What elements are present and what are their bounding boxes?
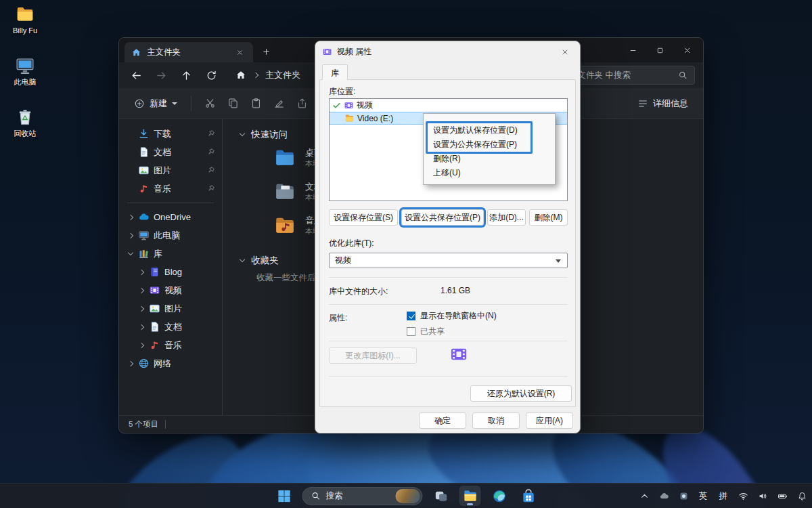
sidebar-item-label: OneDrive [154, 212, 215, 222]
sidebar-item-pictures[interactable]: 图片 [122, 161, 219, 179]
pin-icon [206, 148, 215, 156]
breadcrumb[interactable]: 主文件夹 [235, 69, 300, 81]
sidebar-item-downloads[interactable]: 下载 [122, 125, 219, 143]
chevron-right-icon[interactable] [138, 305, 145, 312]
pin-icon [206, 166, 215, 175]
store-button[interactable] [518, 486, 539, 506]
chevron-right-icon[interactable] [138, 287, 145, 294]
show-in-nav-checkbox-row[interactable]: 显示在导航窗格中(N) [407, 310, 497, 322]
onedrive-tray-button[interactable] [658, 490, 670, 502]
start-button[interactable] [273, 486, 295, 506]
new-button[interactable]: 新建 [127, 93, 184, 114]
restore-defaults-button[interactable]: 还原为默认设置(R) [470, 385, 572, 402]
chevron-right-icon[interactable] [138, 269, 145, 276]
rename-button[interactable] [267, 93, 290, 114]
tab-library[interactable]: 库 [322, 64, 348, 80]
notifications-button[interactable] [796, 490, 808, 502]
set-public-save-location-button[interactable]: 设置公共保存位置(P) [401, 209, 484, 226]
refresh-button[interactable] [201, 65, 221, 85]
task-view-button[interactable] [430, 486, 452, 506]
optimize-dropdown[interactable]: 视频 [329, 253, 568, 268]
shared-checkbox-row[interactable]: 已共享 [407, 326, 445, 337]
sidebar-item-libraries[interactable]: 库 [122, 245, 219, 263]
size-label: 库中文件的大小: [329, 286, 388, 297]
change-library-icon-button[interactable]: 更改库图标(I)... [329, 347, 417, 364]
tray-app-button[interactable] [677, 490, 690, 502]
new-tab-button[interactable] [257, 43, 275, 60]
checkbox-checked[interactable] [407, 312, 415, 320]
explorer-tab-home[interactable]: 主文件夹 [125, 42, 253, 62]
volume-button[interactable] [757, 490, 769, 502]
remove-button[interactable]: 删除(M) [529, 209, 568, 226]
cut-button[interactable] [198, 93, 221, 114]
dialog-close-button[interactable] [554, 43, 577, 60]
close-window-button[interactable] [673, 40, 700, 60]
details-button[interactable]: 详细信息 [631, 93, 695, 114]
onedrive-icon [138, 211, 150, 223]
arrow-right-icon [156, 70, 167, 81]
quick-access-header[interactable]: 快速访问 [239, 129, 288, 141]
chevron-down-icon[interactable] [127, 251, 134, 257]
forward-button[interactable] [151, 65, 171, 85]
optimize-value: 视频 [335, 255, 351, 266]
up-button[interactable] [176, 65, 196, 85]
desktop-icon-recycle-bin[interactable]: 回收站 [1, 107, 49, 138]
share-button[interactable] [290, 93, 313, 114]
sidebar-item-pictures-library[interactable]: 图片 [122, 299, 219, 318]
edge-icon [491, 488, 507, 504]
chevron-down-icon[interactable] [239, 131, 246, 138]
ime-language-button[interactable]: 拼 [717, 489, 730, 503]
chevron-right-icon[interactable] [127, 360, 134, 367]
add-button[interactable]: 添加(D)... [487, 209, 526, 226]
menu-item-remove[interactable]: 删除(R) [424, 152, 555, 166]
sidebar-item-documents[interactable]: 文档 [122, 143, 219, 161]
paste-button[interactable] [244, 93, 267, 114]
maximize-button[interactable] [646, 40, 673, 60]
desktop-icon-this-pc[interactable]: 此电脑 [1, 56, 49, 87]
wifi-button[interactable] [737, 490, 749, 502]
menu-item-set-public-save[interactable]: 设置为公共保存位置(P) [424, 137, 555, 152]
sidebar-item-blog[interactable]: Blog [122, 263, 219, 281]
favorites-header[interactable]: 收藏夹 [239, 255, 279, 267]
sidebar-item-videos-library[interactable]: 视频 [122, 281, 219, 299]
menu-item-move-up[interactable]: 上移(U) [424, 166, 555, 180]
battery-button[interactable] [776, 490, 788, 502]
maximize-icon [656, 46, 664, 55]
chevron-right-icon[interactable] [138, 342, 145, 349]
cancel-button[interactable]: 取消 [472, 412, 520, 429]
edge-button[interactable] [489, 486, 510, 506]
desktop-icon-billy-fu[interactable]: Billy Fu [1, 4, 49, 35]
sidebar-item-this-pc[interactable]: 此电脑 [122, 226, 219, 245]
context-menu: 设置为默认保存位置(D) 设置为公共保存位置(P) 删除(R) 上移(U) [423, 113, 556, 185]
sidebar-item-music-library[interactable]: 音乐 [122, 336, 219, 354]
breadcrumb-home[interactable]: 主文件夹 [265, 69, 300, 81]
tray-overflow-button[interactable] [638, 490, 650, 502]
desktop-icon-label: 回收站 [1, 129, 49, 138]
sidebar-item-music[interactable]: 音乐 [122, 179, 219, 198]
minimize-icon [629, 46, 637, 55]
apply-button[interactable]: 应用(A) [526, 412, 573, 429]
copy-button[interactable] [221, 93, 244, 114]
chevron-down-icon[interactable] [239, 257, 246, 264]
set-save-location-button[interactable]: 设置保存位置(S) [329, 209, 398, 226]
menu-item-set-default-save[interactable]: 设置为默认保存位置(D) [424, 123, 555, 137]
ok-button[interactable]: 确定 [419, 412, 466, 429]
checkbox-unchecked[interactable] [407, 327, 415, 336]
taskbar-search[interactable]: 搜索 [302, 487, 423, 505]
chevron-right-icon[interactable] [138, 324, 145, 331]
back-button[interactable] [126, 65, 146, 85]
sidebar-item-network[interactable]: 网络 [122, 354, 219, 373]
tab-close-button[interactable] [233, 45, 246, 59]
divider [191, 96, 191, 111]
window-controls [619, 40, 700, 60]
file-explorer-button[interactable] [459, 486, 481, 506]
sidebar-item-onedrive[interactable]: OneDrive [122, 208, 219, 226]
section-label: 收藏夹 [251, 255, 279, 267]
sidebar-item-documents-library[interactable]: 文档 [122, 318, 219, 336]
chevron-right-icon[interactable] [127, 214, 134, 221]
minimize-button[interactable] [619, 40, 646, 60]
chevron-right-icon[interactable] [127, 232, 134, 239]
location-row-videos[interactable]: 视频 [330, 99, 567, 112]
navigation-pane: 下载 文档 图片 音乐 [119, 119, 222, 415]
ime-mode-button[interactable]: 英 [697, 489, 710, 503]
